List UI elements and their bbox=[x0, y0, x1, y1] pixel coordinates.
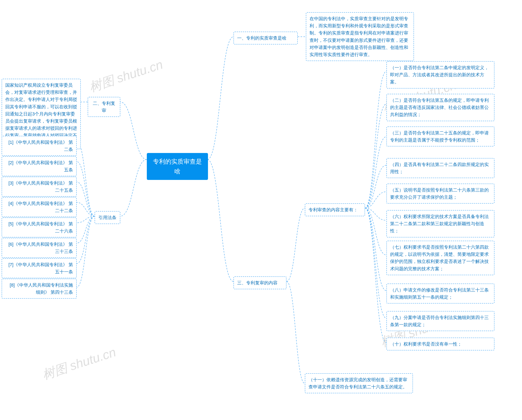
branch-2[interactable]: 二、专利复审 bbox=[88, 97, 120, 117]
b3-item-4-text: （四）是否具有专利法第二十二条四款所规定的实用性； bbox=[390, 162, 489, 174]
center-title: 专利的实质审查是啥 bbox=[153, 158, 202, 175]
branch-1-label: 一、专利的实质审查是啥 bbox=[237, 36, 286, 41]
branch-3-header[interactable]: 专利审查的内容主要有： bbox=[305, 203, 365, 216]
b3-item-5[interactable]: （五）说明书是否按照专利法第二十六条第三款的要求充分公开了请求保护的主题； bbox=[386, 184, 494, 203]
b3-item-11[interactable]: （十一）依赖遗传资源完成的发明创造，还需要审查申请文件是否符合专利法第二十六条五… bbox=[305, 373, 413, 393]
b4-ref-3-text: [3]《中华人民共和国专利法》 第二十五条 bbox=[8, 180, 73, 193]
branch-3-header-text: 专利审查的内容主要有： bbox=[308, 207, 358, 212]
b4-ref-4-text: [4]《中华人民共和国专利法》 第二十二条 bbox=[8, 201, 73, 213]
b4-ref-6[interactable]: [6]《中华人民共和国专利法》 第三十三条 bbox=[2, 238, 77, 258]
branch-4[interactable]: 引用法条 bbox=[95, 211, 120, 224]
branch-4-label: 引用法条 bbox=[99, 215, 116, 220]
branch-1[interactable]: 一、专利的实质审查是啥 bbox=[233, 32, 298, 45]
b4-ref-4[interactable]: [4]《中华人民共和国专利法》 第二十二条 bbox=[2, 197, 77, 217]
b3-item-3-text: （三）是否符合专利法第二十五条的规定，即申请专利的主题是否属于不能授予专利权的范… bbox=[390, 130, 489, 143]
b4-ref-2[interactable]: [2]《中华人民共和国专利法》 第五条 bbox=[2, 156, 77, 176]
b3-item-11-text: （十一）依赖遗传资源完成的发明创造，还需要审查申请文件是否符合专利法第二十六条五… bbox=[308, 377, 407, 389]
b4-ref-8-text: [8]《中华人民共和国专利法实施细则》 第四十三条 bbox=[10, 282, 73, 295]
b4-ref-5-text: [5]《中华人民共和国专利法》 第二十六条 bbox=[8, 221, 73, 233]
b3-item-6-text: （六）权利要求所限定的技术方案是否具备专利法第二十二条第二款和第三款规定的新颖性… bbox=[390, 214, 489, 233]
b3-item-9-text: （九）分案申请是否符合专利法实施细则第四十三条第一款的规定； bbox=[390, 315, 489, 327]
b3-item-2[interactable]: （二）是否符合专利法第五条的规定，即申请专利的主题是否有违反国家法律、社会公德或… bbox=[386, 94, 494, 121]
b4-ref-8[interactable]: [8]《中华人民共和国专利法实施细则》 第四十三条 bbox=[2, 279, 77, 299]
b3-item-1-text: （一）是否符合专利法第二条中规定的发明定义，即对产品、方法或者其改进所提出的新的… bbox=[390, 65, 489, 85]
branch-3-label: 三、专利复审的内容 bbox=[237, 280, 277, 285]
mindmap-canvas: 树图 shutu.cn 树图 shutu.cn 树图 shutu.cn 树图 s… bbox=[0, 0, 522, 420]
b4-ref-7-text: [7]《中华人民共和国专利法》 第五十一条 bbox=[8, 262, 73, 274]
b3-item-6[interactable]: （六）权利要求所限定的技术方案是否具备专利法第二十二条第二款和第三款规定的新颖性… bbox=[386, 210, 494, 237]
b3-item-2-text: （二）是否符合专利法第五条的规定，即申请专利的主题是否有违反国家法律、社会公德或… bbox=[390, 98, 489, 117]
b3-item-7-text: （七）权利要求书是否按照专利法第二十六第四款的规定，以说明书为依据，清楚、简要地… bbox=[390, 245, 489, 271]
center-node[interactable]: 专利的实质审查是啥 bbox=[147, 153, 208, 180]
b4-ref-7[interactable]: [7]《中华人民共和国专利法》 第五十一条 bbox=[2, 258, 77, 278]
b4-ref-2-text: [2]《中华人民共和国专利法》 第五条 bbox=[8, 160, 73, 172]
branch-2-label: 二、专利复审 bbox=[93, 101, 115, 113]
b4-ref-3[interactable]: [3]《中华人民共和国专利法》 第二十五条 bbox=[2, 177, 77, 197]
watermark: 树图 shutu.cn bbox=[40, 343, 118, 383]
watermark: 树图 shutu.cn bbox=[87, 56, 165, 96]
branch-1-desc[interactable]: 在中国的专利法中，实质审查主要针对的是发明专利，而实用新型专利和外观专利采取的是… bbox=[306, 12, 414, 61]
b4-ref-1[interactable]: [1]《中华人民共和国专利法》 第二条 bbox=[2, 136, 77, 156]
b3-item-8[interactable]: （八）申请文件的修改是否符合专利法第三十三条和实施细则第五十一条的规定； bbox=[386, 284, 494, 303]
b3-item-7[interactable]: （七）权利要求书是否按照专利法第二十六第四款的规定，以说明书为依据，清楚、简要地… bbox=[386, 241, 494, 275]
b3-item-8-text: （八）申请文件的修改是否符合专利法第三十三条和实施细则第五十一条的规定； bbox=[390, 288, 489, 300]
b3-item-3[interactable]: （三）是否符合专利法第二十五条的规定，即申请专利的主题是否属于不能授予专利权的范… bbox=[386, 126, 494, 147]
branch-1-desc-text: 在中国的专利法中，实质审查主要针对的是发明专利，而实用新型专利和外观专利采取的是… bbox=[309, 16, 408, 57]
b3-item-4[interactable]: （四）是否具有专利法第二十二条四款所规定的实用性； bbox=[386, 158, 494, 178]
b3-item-10[interactable]: （十）权利要求书是否没有单一性； bbox=[386, 338, 494, 350]
b3-item-9[interactable]: （九）分案申请是否符合专利法实施细则第四十三条第一款的规定； bbox=[386, 311, 494, 331]
b4-ref-6-text: [6]《中华人民共和国专利法》 第三十三条 bbox=[8, 242, 73, 254]
b4-ref-5[interactable]: [5]《中华人民共和国专利法》 第二十六条 bbox=[2, 218, 77, 237]
branch-3[interactable]: 三、专利复审的内容 bbox=[233, 276, 286, 289]
b3-item-5-text: （五）说明书是否按照专利法第二十六条第三款的要求充分公开了请求保护的主题； bbox=[390, 187, 489, 200]
b3-item-10-text: （十）权利要求书是否没有单一性； bbox=[390, 342, 462, 347]
b4-ref-1-text: [1]《中华人民共和国专利法》 第二条 bbox=[8, 140, 73, 152]
b3-item-1[interactable]: （一）是否符合专利法第二条中规定的发明定义，即对产品、方法或者其改进所提出的新的… bbox=[386, 61, 494, 88]
